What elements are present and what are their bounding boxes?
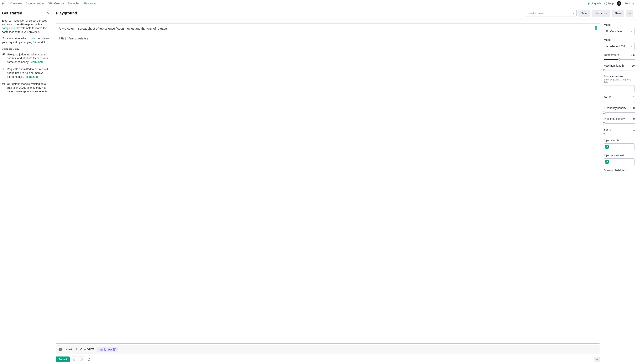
check-icon [606, 161, 608, 163]
completion-link[interactable]: completion [2, 26, 15, 30]
inject-restart-label: Inject restart text [604, 154, 624, 157]
max-length-label: Maximum length [604, 64, 624, 67]
svg-rect-10 [595, 26, 596, 28]
pres-penalty-label: Presence penalty [604, 117, 625, 120]
chevron-down-icon [630, 45, 632, 48]
model-select[interactable]: text-davinci-003 [604, 43, 635, 50]
svg-point-7 [628, 13, 629, 14]
nav-overview[interactable]: Overview [11, 2, 22, 5]
pres-penalty-slider[interactable] [604, 122, 635, 124]
upgrade-label: Upgrade [591, 2, 601, 5]
close-icon [47, 12, 50, 15]
nav-api-reference[interactable]: API reference [48, 2, 64, 5]
undo-button[interactable] [71, 356, 77, 362]
banner-text: Looking for ChatGPT? [65, 348, 94, 351]
chevron-down-icon [572, 12, 574, 14]
help-link[interactable]: Help [604, 2, 614, 5]
keep-in-mind-heading: KEEP IN MIND [2, 48, 50, 51]
microphone-button[interactable] [594, 26, 597, 30]
sidebar-para2: You can control which model completes yo… [2, 36, 50, 44]
page-title: Playground [56, 11, 77, 16]
nav-documentation[interactable]: Documentation [26, 2, 44, 5]
show-probs-label: Show probabilities [604, 169, 626, 172]
prompt-editor[interactable]: A two-column spreadsheet of top science … [56, 23, 600, 344]
mode-label: Mode [604, 23, 635, 26]
preset-select[interactable]: Load a preset... [526, 10, 576, 17]
top-p-slider[interactable] [604, 101, 635, 103]
logo[interactable] [2, 1, 7, 6]
help-label: Help [608, 2, 614, 5]
more-horizontal-icon [628, 12, 631, 15]
try-label: Try it now [99, 348, 112, 351]
model-link[interactable]: model [29, 37, 36, 40]
editor-footer: Submit 24 [56, 356, 600, 363]
mode-select[interactable]: Complete [604, 28, 635, 35]
avatar[interactable] [617, 1, 621, 6]
try-it-now-button[interactable]: Try it now [97, 347, 118, 352]
paper-plane-icon [2, 53, 5, 56]
history-icon [87, 358, 91, 361]
freq-penalty-label: Frequency penalty [604, 106, 626, 110]
profile-name[interactable]: Personal [624, 2, 635, 5]
temperature-slider[interactable] [604, 58, 635, 61]
calendar-icon [2, 82, 5, 85]
temperature-label: Temperature [604, 53, 619, 56]
learn-more-link[interactable]: Learn more [25, 75, 39, 78]
nav-examples[interactable]: Examples [68, 2, 80, 5]
best-of-label: Best of [604, 128, 612, 131]
activity-icon [2, 67, 5, 70]
inject-start-input[interactable] [604, 144, 635, 150]
temperature-value: 0.5 [631, 53, 635, 56]
best-of-value: 1 [633, 128, 635, 131]
info-icon: i [59, 348, 62, 351]
refresh-icon [80, 358, 83, 361]
submit-button[interactable]: Submit [56, 356, 70, 362]
top-p-label: Top P [604, 96, 611, 99]
best-of-slider[interactable] [604, 133, 635, 135]
undo-icon [73, 358, 76, 361]
mode-icon [606, 30, 609, 33]
freq-penalty-value: 0 [633, 106, 635, 110]
max-length-value: 60 [631, 64, 635, 67]
save-button[interactable]: Save [578, 10, 590, 17]
top-p-value: 1 [633, 96, 635, 99]
prompt-text: A two-column spreadsheet of top science … [59, 26, 591, 41]
history-button[interactable] [86, 356, 92, 362]
svg-point-5 [618, 2, 620, 4]
stop-input[interactable] [604, 85, 635, 92]
model-value: text-davinci-003 [606, 45, 625, 48]
mode-value: Complete [610, 30, 622, 33]
microphone-icon [594, 26, 597, 30]
preset-placeholder: Load a preset... [528, 12, 546, 15]
upgrade-link[interactable]: Upgrade [588, 2, 601, 5]
max-length-slider[interactable] [604, 69, 635, 72]
nav-playground[interactable]: Playground [84, 2, 97, 5]
inject-start-label: Inject start text [604, 139, 621, 142]
more-button[interactable] [626, 10, 633, 17]
close-icon [595, 348, 597, 351]
model-label: Model [604, 38, 611, 42]
regenerate-button[interactable] [79, 356, 84, 362]
freq-penalty-slider[interactable] [604, 112, 635, 114]
stop-hint: Enter sequence and press Tab [604, 78, 635, 84]
token-count: 24 [594, 357, 600, 362]
banner-close-button[interactable] [595, 348, 597, 351]
sidebar-title: Get started [2, 11, 22, 16]
pres-penalty-value: 0 [633, 117, 635, 120]
svg-point-8 [629, 13, 630, 14]
help-icon [604, 2, 607, 5]
share-button[interactable]: Share [612, 10, 624, 17]
close-sidebar-button[interactable] [47, 12, 50, 15]
svg-point-9 [630, 13, 631, 14]
tip-2: Requests submitted to our API will not b… [2, 67, 50, 79]
inject-start-checkbox[interactable] [605, 145, 609, 148]
view-code-button[interactable]: View code [592, 10, 610, 17]
playground-header: Playground Load a preset... Save View co… [52, 7, 637, 20]
openai-logo-icon [2, 1, 7, 6]
learn-more-link[interactable]: Learn more [30, 60, 44, 64]
tip-1: Use good judgment when sharing outputs, … [2, 53, 50, 64]
svg-point-2 [605, 4, 606, 4]
inject-restart-input[interactable] [604, 158, 635, 165]
external-link-icon [113, 348, 116, 351]
inject-restart-checkbox[interactable] [605, 160, 609, 164]
